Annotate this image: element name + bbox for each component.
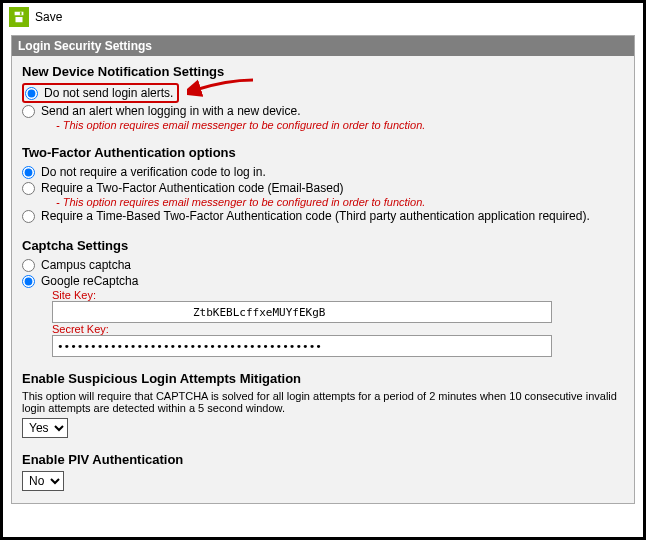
radio-label: Campus captcha (41, 258, 131, 272)
svg-rect-3 (20, 12, 22, 15)
section-two-factor: Two-Factor Authentication options Do not… (22, 145, 624, 224)
site-key-label: Site Key: (52, 289, 624, 301)
section-suspicious: Enable Suspicious Login Attempts Mitigat… (22, 371, 624, 438)
save-button-label[interactable]: Save (35, 10, 62, 24)
radio-time-code[interactable] (22, 210, 35, 223)
toolbar: Save (3, 3, 643, 31)
section-piv: Enable PIV Authentication No (22, 452, 624, 491)
secret-key-input[interactable] (52, 335, 552, 357)
option-note: - This option requires email messenger t… (56, 196, 624, 208)
section-captcha: Captcha Settings Campus captcha Google r… (22, 238, 624, 357)
radio-label: Do not require a verification code to lo… (41, 165, 266, 179)
radio-send-alert[interactable] (22, 105, 35, 118)
suspicious-select[interactable]: Yes (22, 418, 68, 438)
settings-panel: Login Security Settings New Device Notif… (11, 35, 635, 504)
piv-select[interactable]: No (22, 471, 64, 491)
highlighted-option: Do not send login alerts. (22, 83, 179, 103)
section-title: Captcha Settings (22, 238, 624, 253)
radio-campus-captcha[interactable] (22, 259, 35, 272)
radio-label: Require a Two-Factor Authentication code… (41, 181, 344, 195)
section-title: Two-Factor Authentication options (22, 145, 624, 160)
radio-email-code[interactable] (22, 182, 35, 195)
radio-no-code[interactable] (22, 166, 35, 179)
radio-google-recaptcha[interactable] (22, 275, 35, 288)
radio-no-alerts[interactable] (25, 87, 38, 100)
section-title: New Device Notification Settings (22, 64, 624, 79)
panel-title: Login Security Settings (12, 36, 634, 56)
section-title: Enable PIV Authentication (22, 452, 624, 467)
section-description: This option will require that CAPTCHA is… (22, 390, 624, 414)
radio-label: Require a Time-Based Two-Factor Authenti… (41, 209, 590, 223)
svg-rect-2 (16, 17, 23, 22)
section-title: Enable Suspicious Login Attempts Mitigat… (22, 371, 624, 386)
section-new-device: New Device Notification Settings Do not … (22, 64, 624, 131)
option-note: - This option requires email messenger t… (56, 119, 624, 131)
radio-label: Google reCaptcha (41, 274, 138, 288)
secret-key-label: Secret Key: (52, 323, 624, 335)
radio-label: Do not send login alerts. (44, 86, 173, 100)
svg-rect-1 (15, 12, 24, 16)
save-icon[interactable] (9, 7, 29, 27)
radio-label: Send an alert when logging in with a new… (41, 104, 301, 118)
site-key-input[interactable] (52, 301, 552, 323)
